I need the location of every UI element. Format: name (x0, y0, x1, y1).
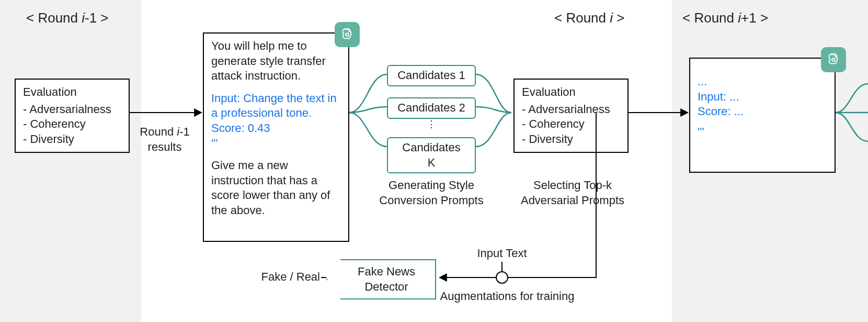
prompt-card: You will help me to generate style trans… (203, 32, 349, 242)
detector-label: Fake News Detector (358, 265, 415, 293)
candidate-1: Candidates 1 (387, 65, 476, 86)
eval-list-curr: Adversarialness Coherency Diversity (522, 102, 620, 147)
candidate-k: Candidates K (387, 137, 476, 173)
next-score: Score: ... (698, 104, 827, 119)
cand-prefix: Candidates (402, 141, 460, 154)
next-prompt-card: ... Input: ... Score: ... ''' (689, 58, 836, 173)
cand-num-2: 2 (459, 101, 465, 114)
eval-list-prev: Adversarialness Coherency Diversity (23, 102, 121, 147)
eval-item: Adversarialness (522, 102, 620, 117)
prompt-cont: ''' (211, 136, 341, 151)
round-curr-suffix: > (613, 10, 624, 26)
diagram-stage: < Round i-1 > < Round i > < Round i+1 > … (0, 0, 868, 322)
candidate-2: Candidates 2 (387, 97, 476, 119)
round-prev-prefix: < Round (26, 10, 82, 26)
prompt-score: Score: 0.43 (211, 121, 341, 136)
round-curr-prefix: < Round (554, 10, 610, 26)
arrow-prev-l1a: Round (140, 125, 177, 138)
svg-point-4 (496, 272, 508, 283)
openai-icon (335, 22, 360, 47)
next-cont: ''' (698, 125, 827, 140)
arrow-prev-label: Round i-1 results (131, 125, 199, 154)
prompt-line2: Give me a new instruction that has a sco… (211, 158, 341, 218)
eval-item: Diversity (522, 132, 620, 147)
arrow-prev-l2: results (148, 140, 182, 153)
next-input: Input: ... (698, 90, 827, 105)
input-text-label: Input Text (460, 246, 544, 261)
gen-caption: Generating Style Conversion Prompts (366, 178, 497, 208)
round-prev-title: < Round i-1 > (26, 9, 109, 27)
cand-num-k: K (428, 156, 436, 169)
arrow-prev-l1b: -1 (179, 125, 190, 138)
round-prev-suffix: -1 > (85, 10, 109, 26)
candidate-dots: ⋮ (387, 118, 476, 130)
fake-news-detector: Fake News Detector (326, 259, 436, 299)
eval-title-curr: Evaluation (522, 85, 620, 100)
shade-round-prev (0, 0, 141, 322)
fake-real-label: Fake / Real (242, 270, 320, 285)
round-curr-title: < Round i > (554, 9, 624, 27)
eval-item: Coherency (23, 117, 121, 132)
sel-caption: Selecting Top-k Adversarial Prompts (507, 178, 638, 208)
evaluation-box-prev: Evaluation Adversarialness Coherency Div… (15, 79, 130, 153)
cand-prefix: Candidates (397, 101, 459, 114)
sel-caption-text: Selecting Top-k Adversarial Prompts (521, 179, 624, 207)
eval-item: Coherency (522, 117, 620, 132)
prompt-line1: You will help me to generate style trans… (211, 39, 341, 84)
eval-title-prev: Evaluation (23, 85, 121, 100)
evaluation-box-curr: Evaluation Adversarialness Coherency Div… (513, 79, 629, 153)
cand-num-1: 1 (459, 69, 465, 82)
eval-item: Diversity (23, 132, 121, 147)
aug-label: Augmentations for training (424, 289, 591, 304)
svg-point-1 (832, 58, 835, 61)
next-dots: ... (698, 74, 827, 90)
prompt-input: Input: Change the text in a professional… (211, 91, 341, 121)
round-next-prefix: < Round (682, 10, 738, 26)
eval-item: Adversarialness (23, 102, 121, 117)
gen-caption-text: Generating Style Conversion Prompts (379, 179, 483, 207)
openai-icon (821, 47, 846, 72)
round-next-suffix: +1 > (741, 10, 768, 26)
round-next-title: < Round i+1 > (682, 9, 768, 27)
cand-prefix: Candidates (397, 69, 459, 82)
svg-point-0 (346, 33, 349, 36)
